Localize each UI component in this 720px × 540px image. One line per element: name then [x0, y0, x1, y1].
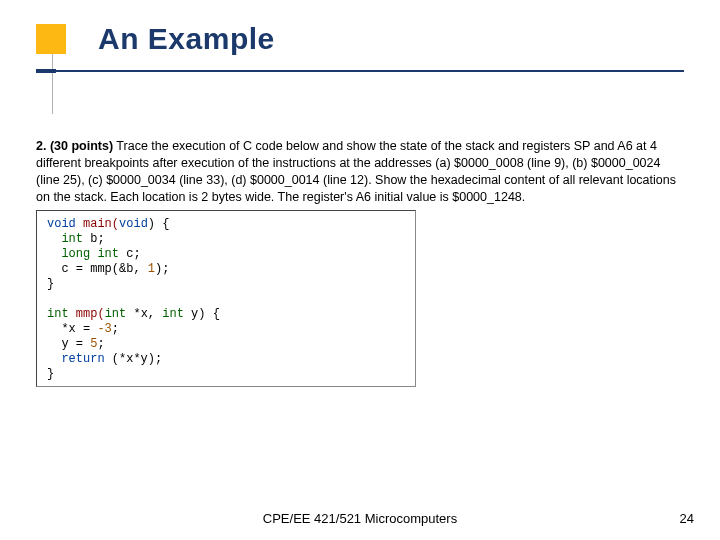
- header-rule: [36, 70, 684, 72]
- accent-vertical-line: [52, 54, 53, 114]
- question-body: Trace the execution of C code below and …: [36, 139, 676, 204]
- page-number: 24: [680, 511, 694, 526]
- code-line: *x = -3;: [47, 322, 405, 337]
- code-line: int mmp(int *x, int y) {: [47, 307, 405, 322]
- code-box: void main(void) { int b; long int c; c =…: [36, 210, 416, 387]
- code-line: int b;: [47, 232, 405, 247]
- question-text: 2. (30 points) Trace the execution of C …: [36, 138, 676, 206]
- code-line: return (*x*y);: [47, 352, 405, 367]
- code-line: [47, 292, 405, 307]
- code-line: c = mmp(&b, 1);: [47, 262, 405, 277]
- slide-title: An Example: [98, 22, 275, 56]
- accent-square: [36, 24, 66, 54]
- code-line: y = 5;: [47, 337, 405, 352]
- slide: An Example 2. (30 points) Trace the exec…: [0, 0, 720, 540]
- header-rule-notch: [36, 69, 56, 73]
- code-line: }: [47, 277, 405, 292]
- code-line: }: [47, 367, 405, 382]
- code-line: void main(void) {: [47, 217, 405, 232]
- code-line: long int c;: [47, 247, 405, 262]
- footer-course: CPE/EE 421/521 Microcomputers: [0, 511, 720, 526]
- question-number: 2. (30 points): [36, 139, 113, 153]
